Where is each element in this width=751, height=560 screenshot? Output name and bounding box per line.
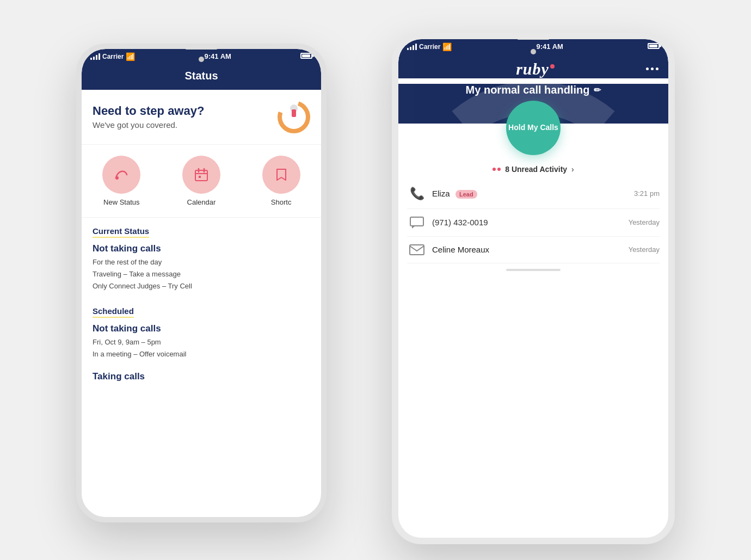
activity-time-celine: Yesterday (629, 245, 660, 254)
new-status-circle (102, 156, 140, 194)
dot-2 (497, 168, 501, 171)
current-status-section: Current Status Not taking calls For the … (82, 218, 321, 301)
phone-back-inner: Carrier 📶 9:41 AM Status Need to step aw… (82, 49, 321, 517)
activity-info-celine: Celine Moreaux (427, 245, 629, 255)
front-battery-area (648, 43, 660, 51)
svg-rect-11 (410, 245, 424, 255)
camera-front (531, 49, 536, 54)
front-battery-icon (648, 43, 660, 49)
shortcuts-label: Shortc (271, 198, 292, 206)
battery-area (300, 53, 312, 60)
hero-subtext: We've got you covered. (93, 120, 204, 130)
front-signal-icon (407, 44, 417, 50)
email-icon-wrap (407, 244, 427, 255)
action-shortcuts[interactable]: Shortc (262, 156, 300, 206)
phone-call-icon: 📞 (410, 187, 424, 201)
hero-heading: Need to step away? (93, 104, 204, 118)
more-menu-button[interactable] (646, 67, 658, 70)
activity-row-celine[interactable]: Celine Moreaux Yesterday (407, 237, 660, 263)
signal-icon (90, 53, 100, 60)
footer-heading: Taking calls (93, 371, 310, 382)
front-carrier-label: Carrier (419, 43, 440, 51)
phone-front-inner: Carrier 📶 9:41 AM ruby (398, 39, 668, 538)
nav-title-back: Status (90, 70, 312, 82)
status-item-3: Only Connect Judges – Try Cell (93, 280, 310, 292)
activity-row-phone[interactable]: (971) 432-0019 Yesterday (407, 209, 660, 237)
activity-name-phone: (971) 432-0019 (432, 218, 488, 227)
unread-activity[interactable]: 8 Unread Activity › (398, 155, 668, 179)
hero-section: Need to step away? We've got you covered… (82, 90, 321, 145)
more-dot-1 (646, 67, 649, 70)
scheduled-item-1: Fri, Oct 9, 9am – 5pm (93, 336, 310, 348)
unread-arrow: › (571, 165, 574, 174)
email-icon (409, 244, 424, 255)
hero-icon (278, 101, 310, 133)
shortcut-circle (262, 156, 300, 194)
edit-icon[interactable]: ✏ (594, 85, 601, 95)
camera-back (199, 57, 204, 62)
activity-time-phone: Yesterday (629, 218, 660, 226)
home-bar (506, 269, 561, 271)
wifi-icon: 📶 (126, 52, 135, 61)
front-status-left: Carrier 📶 (407, 42, 452, 51)
activity-list: 📞 Eliza Lead 3:21 pm (398, 179, 668, 263)
current-status-title: Current Status (93, 226, 149, 238)
quick-actions: New Status Calendar (82, 145, 321, 218)
calendar-circle (182, 156, 220, 194)
status-left: Carrier 📶 (90, 52, 135, 61)
call-icon-wrap: 📞 (407, 187, 427, 201)
carrier-label: Carrier (102, 53, 124, 60)
hold-calls-container: Hold My Calls (398, 101, 668, 155)
status-time-back: 9:41 AM (204, 52, 231, 60)
new-status-label: New Status (103, 198, 139, 206)
status-item-2: Traveling – Take a message (93, 268, 310, 280)
calendar-label: Calendar (187, 198, 216, 206)
footer-section: Taking calls (82, 366, 321, 390)
activity-indicator (493, 168, 501, 171)
unread-label-text: Unread Activity (512, 165, 567, 174)
scheduled-item-2: In a meeting – Offer voicemail (93, 348, 310, 360)
hold-my-calls-button[interactable]: Hold My Calls (506, 101, 561, 155)
battery-icon (300, 53, 312, 59)
status-item-1: For the rest of the day (93, 256, 310, 268)
activity-name-eliza: Eliza (432, 189, 450, 198)
action-new-status[interactable]: New Status (102, 156, 140, 206)
lead-badge: Lead (455, 190, 477, 199)
svg-rect-2 (292, 109, 296, 117)
phone-back: Carrier 📶 9:41 AM Status Need to step aw… (76, 44, 327, 522)
home-indicator (398, 263, 668, 276)
activity-row-eliza[interactable]: 📞 Eliza Lead 3:21 pm (407, 179, 660, 209)
dot-1 (493, 168, 496, 171)
more-dot-2 (651, 67, 654, 70)
unread-count-label: 8 Unread Activity (505, 165, 567, 174)
hero-text: Need to step away? We've got you covered… (93, 104, 204, 130)
svg-rect-8 (199, 176, 201, 178)
activity-name-celine: Celine Moreaux (432, 245, 489, 254)
svg-rect-4 (195, 170, 207, 181)
nav-bar-back: Status (82, 64, 321, 90)
scheduled-title: Scheduled (93, 306, 134, 318)
scheduled-heading: Not taking calls (93, 323, 310, 334)
message-icon (410, 217, 424, 229)
activity-info-eliza: Eliza Lead (427, 189, 634, 199)
activity-time-eliza: 3:21 pm (634, 189, 660, 198)
scene: Carrier 📶 9:41 AM Status Need to step aw… (76, 22, 675, 539)
more-dot-3 (656, 67, 658, 70)
msg-icon-wrap (407, 217, 427, 229)
unread-count: 8 (505, 165, 509, 174)
phone-front: Carrier 📶 9:41 AM ruby (392, 33, 675, 544)
front-wifi-icon: 📶 (442, 42, 452, 51)
hold-calls-label: Hold My Calls (508, 122, 558, 132)
action-calendar[interactable]: Calendar (182, 156, 220, 206)
svg-rect-9 (410, 217, 423, 226)
scheduled-section: Scheduled Not taking calls Fri, Oct 9, 9… (82, 301, 321, 366)
svg-marker-10 (412, 226, 415, 229)
svg-point-3 (115, 176, 119, 180)
current-status-heading: Not taking calls (93, 243, 310, 254)
activity-info-phone: (971) 432-0019 (427, 218, 629, 227)
